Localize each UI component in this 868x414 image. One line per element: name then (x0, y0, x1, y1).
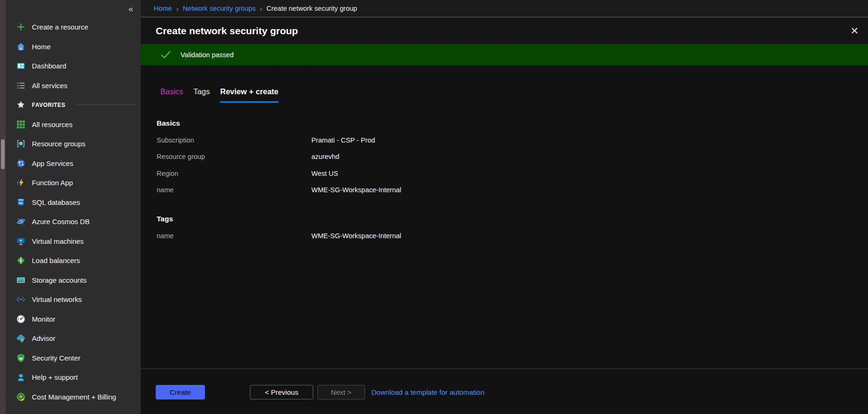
svg-text:$: $ (21, 339, 23, 341)
monitor-icon (16, 314, 25, 324)
all-services-icon (16, 81, 25, 90)
sidebar: « Create a resourceHomeDashboardAll serv… (6, 0, 141, 414)
sidebar-item-home[interactable]: Home (6, 37, 141, 57)
footer: Create < Previous Next > Download a temp… (141, 384, 868, 399)
app-services-icon (16, 158, 25, 168)
next-button: Next > (317, 385, 365, 399)
sidebar-item-label: All resources (32, 120, 73, 128)
footer-divider (141, 369, 868, 369)
review-panel: BasicsSubscriptionPramati - CSP - ProdRe… (141, 115, 868, 244)
sidebar-item-resource-groups[interactable]: Resource groups (6, 134, 141, 154)
collapse-sidebar-icon[interactable]: « (128, 5, 133, 13)
sidebar-item-cost-management-billing[interactable]: $Cost Management + Billing (6, 387, 141, 407)
check-icon (159, 48, 172, 61)
sidebar-item-label: Help + support (32, 373, 78, 381)
breadcrumb-home[interactable]: Home (154, 5, 172, 12)
sidebar-item-label: Load balancers (32, 256, 80, 264)
sidebar-item-help-support[interactable]: Help + support (6, 368, 141, 387)
download-template-link[interactable]: Download a template for automation (371, 388, 484, 396)
sidebar-item-dashboard[interactable]: Dashboard (6, 56, 141, 76)
tab-basics[interactable]: Basics (160, 87, 183, 103)
favorites-divider (76, 105, 136, 105)
review-row-label: Region (157, 170, 311, 177)
review-row-resource-group: Resource groupazurevhd (157, 149, 868, 166)
sidebar-item-label: All services (32, 82, 68, 90)
review-row-label: Subscription (157, 136, 311, 144)
sidebar-item-label: Advisor (32, 334, 55, 342)
main-content: Home›Network security groups›Create netw… (141, 0, 868, 414)
sidebar-item-storage-accounts[interactable]: Storage accounts (6, 271, 141, 290)
sidebar-item-label: Monitor (32, 315, 55, 323)
sidebar-item-label: FAVORITES (32, 102, 66, 108)
sidebar-item-label: Azure Cosmos DB (32, 218, 90, 226)
review-row-name: nameWME-SG-Workspace-Internal (157, 227, 868, 244)
sidebar-item-label: Resource groups (32, 140, 85, 148)
storage-accounts-icon (16, 275, 25, 285)
breadcrumb-separator-icon: › (260, 5, 262, 13)
review-row-value: azurevhd (311, 153, 340, 160)
security-center-icon (16, 353, 25, 362)
tabs: BasicsTagsReview + create (141, 87, 868, 103)
sidebar-item-app-services[interactable]: App Services (6, 154, 141, 173)
sidebar-item-label: Security Center (32, 354, 80, 362)
sidebar-item-virtual-machines[interactable]: Virtual machines (6, 232, 141, 251)
sidebar-item-label: SQL databases (32, 198, 80, 206)
left-scrollbar-track[interactable] (0, 0, 6, 414)
sidebar-item-create-a-resource[interactable]: Create a resource (6, 17, 141, 37)
virtual-machines-icon (16, 236, 25, 246)
load-balancers-icon (16, 256, 25, 265)
sidebar-item-all-resources[interactable]: All resources (6, 115, 141, 135)
function-app-icon (16, 178, 25, 188)
sidebar-item-label: App Services (32, 159, 73, 167)
sidebar-item-label: Home (32, 43, 51, 51)
sql-databases-icon: SQL (16, 197, 25, 207)
sidebar-item-security-center[interactable]: Security Center (6, 348, 141, 368)
sidebar-item-sql-databases[interactable]: SQLSQL databases (6, 193, 141, 212)
all-resources-icon (16, 120, 25, 129)
title-bar: Create network security group ✕ (141, 17, 868, 44)
review-row-label: name (157, 186, 311, 194)
help-support-icon (16, 373, 25, 382)
cosmos-db-icon (16, 217, 25, 226)
sidebar-item-advisor[interactable]: $Advisor (6, 329, 141, 348)
review-row-value: WME-SG-Workspace-Internal (311, 186, 401, 194)
tab-tags[interactable]: Tags (194, 87, 210, 103)
advisor-icon: $ (16, 334, 25, 343)
review-row-value: Pramati - CSP - Prod (311, 136, 375, 144)
sidebar-item-virtual-networks[interactable]: Virtual networks (6, 290, 141, 309)
review-row-label: name (157, 232, 311, 240)
sidebar-item-load-balancers[interactable]: Load balancers (6, 251, 141, 271)
svg-text:SQL: SQL (18, 202, 23, 204)
breadcrumb-network-security-groups[interactable]: Network security groups (183, 5, 256, 12)
sidebar-item-function-app[interactable]: Function App (6, 173, 141, 193)
resource-groups-icon (16, 139, 25, 149)
left-scrollbar-thumb[interactable] (1, 139, 5, 169)
review-row-value: West US (311, 170, 338, 177)
close-icon[interactable]: ✕ (847, 24, 861, 38)
breadcrumb-separator-icon: › (176, 5, 179, 13)
breadcrumb: Home›Network security groups›Create netw… (141, 0, 868, 17)
create-button[interactable]: Create (156, 385, 205, 399)
sidebar-item-label: Virtual machines (32, 237, 84, 245)
review-row-subscription: SubscriptionPramati - CSP - Prod (157, 132, 868, 149)
review-section-basics: BasicsSubscriptionPramati - CSP - ProdRe… (157, 115, 868, 198)
breadcrumb-create-network-security-group: Create network security group (266, 5, 357, 12)
tab-review-create[interactable]: Review + create (220, 87, 278, 103)
validation-message: Validation passed (181, 51, 234, 59)
section-heading: Tags (157, 211, 868, 227)
dashboard-icon (16, 61, 25, 71)
sidebar-item-label: Dashboard (32, 62, 66, 70)
review-row-name: nameWME-SG-Workspace-Internal (157, 182, 868, 199)
sidebar-item-azure-cosmos-db[interactable]: Azure Cosmos DB (6, 212, 141, 232)
sidebar-item-label: Cost Management + Billing (32, 393, 116, 401)
virtual-networks-icon (16, 295, 25, 304)
review-row-value: WME-SG-Workspace-Internal (311, 232, 401, 240)
review-section-tags: TagsnameWME-SG-Workspace-Internal (157, 211, 868, 244)
sidebar-favorites-header: FAVORITES (6, 95, 141, 115)
review-row-label: Resource group (157, 153, 311, 160)
sidebar-item-monitor[interactable]: Monitor (6, 309, 141, 329)
sidebar-item-all-services[interactable]: All services (6, 76, 141, 96)
sidebar-item-label: Create a resource (32, 23, 88, 31)
sidebar-item-label: Virtual networks (32, 295, 82, 303)
previous-button[interactable]: < Previous (250, 385, 313, 399)
